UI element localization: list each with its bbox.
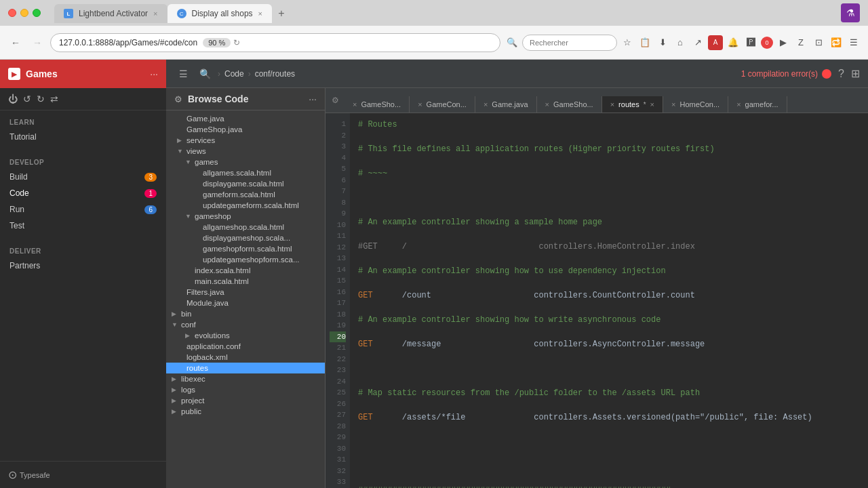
- power-icon[interactable]: ⏻: [8, 94, 18, 104]
- tab2-x[interactable]: ×: [418, 100, 422, 108]
- url-bar[interactable]: 127.0.0.1:8888/app/Games/#code/con 90 % …: [50, 33, 500, 52]
- ext-icon-5[interactable]: Z: [793, 35, 808, 50]
- ext-icon-6[interactable]: ⊡: [811, 35, 826, 50]
- new-tab-button[interactable]: +: [272, 4, 291, 23]
- ft-label-index: index.scala.html: [195, 266, 250, 274]
- main-app: ▶ Games ··· ⏻ ↺ ↻ ⇄ LEARN Tutorial DEVEL…: [0, 60, 868, 488]
- breadcrumb-code[interactable]: Code: [224, 69, 244, 79]
- ft-conf[interactable]: ▼ conf: [166, 319, 325, 330]
- sidebar-item-run[interactable]: Run 6: [0, 201, 166, 218]
- ft-gameshop-folder[interactable]: ▼ gameshop: [166, 211, 325, 222]
- ft-displaygameshop[interactable]: displaygameshop.scala...: [166, 232, 325, 243]
- ext-icon-4[interactable]: ▶: [776, 35, 791, 50]
- search-top-icon[interactable]: 🔍: [196, 65, 214, 83]
- editor-tab-4[interactable]: × GameSho...: [537, 96, 602, 113]
- ft-main[interactable]: main.scala.html: [166, 276, 325, 287]
- layout-icon[interactable]: ⊞: [851, 67, 860, 80]
- ft-views[interactable]: ▼ views: [166, 146, 325, 157]
- fb-menu-btn[interactable]: ···: [309, 94, 317, 104]
- editor-tab-gamefor[interactable]: × gamefor...: [728, 96, 787, 113]
- download-icon[interactable]: ⬇: [655, 35, 670, 50]
- tab1-close[interactable]: ×: [153, 9, 157, 18]
- code-editor[interactable]: 12345 678910 1112131415 1617181920 21222…: [326, 113, 868, 488]
- editor-tab-2[interactable]: × GameCon...: [410, 96, 475, 113]
- activator-icon[interactable]: A: [708, 35, 723, 50]
- editor-tab-homecon[interactable]: × HomeCon...: [663, 96, 728, 113]
- help-icon[interactable]: ?: [838, 68, 844, 80]
- share-icon[interactable]: ↗: [690, 35, 705, 50]
- tab4-x[interactable]: ×: [545, 100, 549, 108]
- ft-game-java[interactable]: Game.java: [166, 113, 325, 124]
- browser-tab-2[interactable]: C Display all shops ×: [167, 4, 272, 23]
- ft-gameform[interactable]: gameform.scala.html: [166, 189, 325, 200]
- ft-routes[interactable]: routes: [166, 363, 325, 373]
- ft-bin[interactable]: ▶ bin: [166, 308, 325, 319]
- forward-button[interactable]: →: [28, 34, 46, 52]
- ft-allgames[interactable]: allgames.scala.html: [166, 167, 325, 178]
- ft-filters[interactable]: Filters.java: [166, 287, 325, 298]
- browser-tab-1[interactable]: L Lightbend Activator ×: [54, 4, 167, 23]
- bookmark-icon[interactable]: ☆: [620, 35, 635, 50]
- breadcrumb-routes[interactable]: conf/routes: [255, 69, 295, 79]
- home-icon[interactable]: ⌂: [673, 35, 688, 50]
- app-container: L Lightbend Activator × C Display all sh…: [0, 0, 868, 488]
- code-content[interactable]: # Routes # This file defines all applica…: [350, 113, 868, 488]
- ext-icon-3[interactable]: 🅿: [743, 35, 758, 50]
- ft-displaygame[interactable]: displaygame.scala.html: [166, 178, 325, 189]
- back-button[interactable]: ←: [7, 34, 24, 52]
- tab3-x[interactable]: ×: [484, 100, 488, 108]
- extension-icon[interactable]: ⚗: [841, 3, 860, 22]
- reload-icon[interactable]: ↻: [233, 38, 240, 47]
- sidebar-item-build[interactable]: Build 3: [0, 169, 166, 185]
- ft-updategameform[interactable]: updategameform.scala.html: [166, 200, 325, 211]
- sidebar-item-tutorial[interactable]: Tutorial: [0, 129, 166, 145]
- refresh2-icon[interactable]: ↻: [37, 94, 45, 104]
- tab-gamefor-x[interactable]: ×: [736, 100, 741, 108]
- editor-tab-1[interactable]: × GameSho...: [344, 96, 410, 113]
- ft-services[interactable]: ▶ services: [166, 135, 325, 146]
- ft-logback[interactable]: logback.xml: [166, 352, 325, 363]
- ft-module[interactable]: Module.java: [166, 298, 325, 308]
- sidebar-item-code[interactable]: Code 1: [0, 185, 166, 201]
- close-button[interactable]: [8, 9, 16, 17]
- ext-icon-7[interactable]: 🔁: [829, 35, 844, 50]
- editor-tab-routes[interactable]: × routes * ×: [602, 96, 663, 113]
- refresh1-icon[interactable]: ↺: [23, 94, 31, 104]
- menu-icon[interactable]: ☰: [846, 35, 861, 50]
- ft-logs[interactable]: ▶ logs: [166, 384, 325, 395]
- ft-libexec[interactable]: ▶ libexec: [166, 373, 325, 384]
- sidebar-item-test[interactable]: Test: [0, 218, 166, 234]
- editor-settings-icon[interactable]: ⚙: [326, 88, 344, 113]
- ft-label-filters: Filters.java: [186, 288, 224, 296]
- file-tree: Game.java GameShop.java ▶ services ▼: [166, 110, 325, 488]
- maximize-button[interactable]: [33, 9, 41, 17]
- ft-allgameshop[interactable]: allgameshop.scala.html: [166, 222, 325, 232]
- tab1-x[interactable]: ×: [353, 100, 357, 108]
- ft-public[interactable]: ▶ public: [166, 406, 325, 417]
- tab2-close[interactable]: ×: [258, 9, 262, 18]
- sync-icon[interactable]: ⇄: [50, 94, 58, 104]
- reading-list-icon[interactable]: 📋: [637, 35, 652, 50]
- browser-search-input[interactable]: [522, 35, 617, 51]
- line-numbers: 12345 678910 1112131415 1617181920 21222…: [326, 113, 350, 488]
- ft-index[interactable]: index.scala.html: [166, 265, 325, 276]
- sidebar-item-partners[interactable]: Partners: [0, 258, 166, 274]
- ft-evolutions[interactable]: ▶ evolutions: [166, 330, 325, 341]
- ft-gameshop-java[interactable]: GameShop.java: [166, 124, 325, 135]
- ft-project[interactable]: ▶ project: [166, 395, 325, 406]
- ft-gameshopform[interactable]: gameshopform.scala.html: [166, 243, 325, 254]
- ft-updategameshopform[interactable]: updategameshopform.sca...: [166, 254, 325, 265]
- editor-tab-3[interactable]: × Game.java: [475, 96, 537, 113]
- sidebar-dots[interactable]: ···: [150, 68, 158, 79]
- tab-homecon-x[interactable]: ×: [671, 100, 675, 108]
- compilation-error[interactable]: 1 compilation error(s): [741, 69, 831, 79]
- ft-label-displaygame: displaygame.scala.html: [203, 180, 284, 188]
- tab-routes-close[interactable]: ×: [650, 100, 654, 108]
- ext-icon-2[interactable]: 🔔: [726, 35, 741, 50]
- search-nav-icon[interactable]: 🔍: [505, 35, 519, 50]
- minimize-button[interactable]: [20, 9, 28, 17]
- ft-application-conf[interactable]: application.conf: [166, 341, 325, 352]
- ft-games-folder[interactable]: ▼ games: [166, 157, 325, 167]
- hamburger-menu[interactable]: ☰: [174, 65, 192, 83]
- tab-routes-x[interactable]: ×: [610, 100, 614, 108]
